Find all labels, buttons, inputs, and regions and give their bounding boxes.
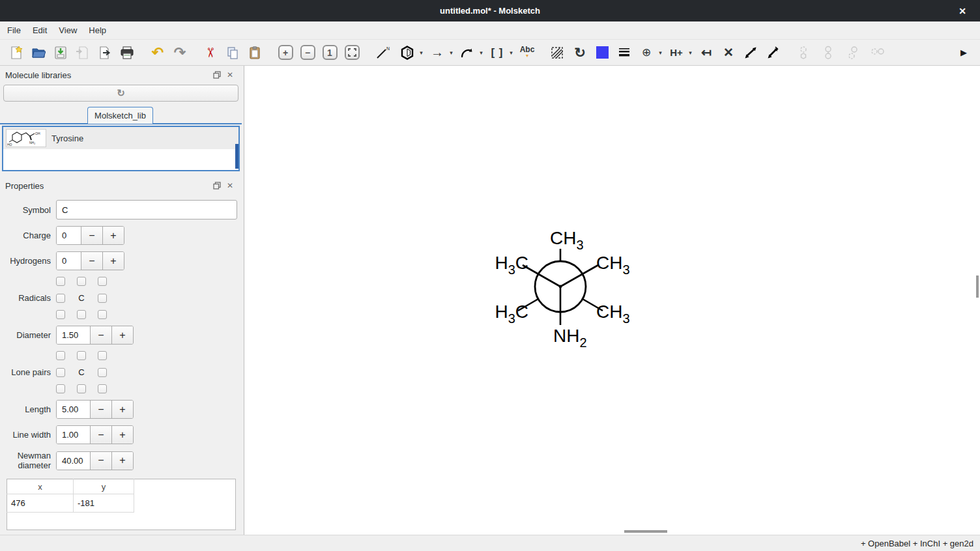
menu-view[interactable]: View [53,21,83,39]
menu-edit[interactable]: Edit [27,21,53,39]
libraries-close-button[interactable]: ✕ [223,69,237,81]
radical-checkbox-s[interactable] [77,310,86,319]
newman-decrement-button[interactable]: − [90,452,111,470]
menu-help[interactable]: Help [83,21,112,39]
line-width-increment-button[interactable]: + [111,426,133,444]
lone-pair-checkbox-se[interactable] [98,384,107,393]
charge-decrement-button[interactable]: − [81,227,102,244]
drawing-canvas[interactable]: CH3 H3C CH3 H3C CH3 NH2 [244,66,980,535]
zoom-in-button[interactable]: + [274,42,296,63]
radical-checkbox-n[interactable] [77,277,86,286]
hydrogens-increment-button[interactable]: + [102,252,124,270]
draw-bond-tool-button[interactable]: N [371,42,394,63]
align-structures-button-1[interactable] [792,42,814,63]
reaction-arrow-tool-button[interactable]: → [426,42,448,63]
hydrogens-value[interactable]: 0 [57,252,81,270]
library-list[interactable]: HO OH NH₂ Tyrosine [2,126,240,171]
toolbar-overflow-button[interactable]: ▶ [953,42,975,63]
charge-tool-dropdown[interactable]: ▾ [656,42,665,63]
align-structures-button-4[interactable] [867,42,889,63]
selection-hash-tool-button[interactable] [547,42,569,63]
libraries-dock-header[interactable]: Molecule libraries ✕ [0,67,242,83]
coord-cell-y[interactable]: -181 [74,494,134,512]
hydrogens-decrement-button[interactable]: − [81,252,102,270]
charge-tool-button[interactable]: ⊕ [635,42,657,63]
newman-increment-button[interactable]: + [111,452,133,470]
properties-float-button[interactable] [210,180,223,191]
window-titlebar[interactable]: untitled.mol* - Molsketch ✕ [0,0,980,21]
align-structures-button-3[interactable] [842,42,864,63]
zoom-original-button[interactable]: 1 [319,42,341,63]
text-tool-button[interactable]: Abc ▾ [516,42,538,63]
lone-pair-checkbox-e[interactable] [98,368,107,377]
length-increment-button[interactable]: + [111,401,133,418]
bracket-tool-button[interactable]: [ ] [486,42,508,63]
line-width-button[interactable] [613,42,635,63]
curved-arrow-tool-button[interactable] [456,42,478,63]
menu-file[interactable]: File [1,21,27,39]
import-button[interactable] [72,42,94,63]
paste-button[interactable] [244,42,266,63]
radical-checkbox-ne[interactable] [98,277,107,286]
properties-close-button[interactable]: ✕ [223,180,237,191]
length-value[interactable]: 5.00 [57,401,90,418]
newman-diameter-value[interactable]: 40.00 [57,452,90,470]
undo-button[interactable]: ↶ [147,42,169,63]
libraries-float-button[interactable] [210,69,223,81]
diameter-value[interactable]: 1.50 [57,326,90,344]
redo-button[interactable]: ↷ [169,42,191,63]
charge-value[interactable]: 0 [57,227,81,244]
radical-checkbox-e[interactable] [98,294,107,303]
radical-checkbox-nw[interactable] [56,277,65,286]
print-button[interactable] [116,42,138,63]
ring-tool-dropdown[interactable]: ▾ [416,42,426,63]
line-width-decrement-button[interactable]: − [90,426,111,444]
length-decrement-button[interactable]: − [90,401,111,418]
lone-pair-checkbox-s[interactable] [77,384,86,393]
radical-checkbox-se[interactable] [98,310,107,319]
symbol-input[interactable] [56,200,237,219]
hydrogen-tool-button[interactable]: H+ [665,42,687,63]
properties-dock-header[interactable]: Properties ✕ [0,178,242,193]
mechanism-arrow-button-1[interactable] [740,42,762,63]
canvas-horizontal-scrollbar[interactable] [624,530,667,533]
insert-tool-button[interactable]: ↤ [695,42,717,63]
copy-button[interactable] [222,42,244,63]
radical-checkbox-sw[interactable] [56,310,65,319]
coord-cell-x[interactable]: 476 [7,494,74,512]
align-structures-button-2[interactable] [817,42,839,63]
color-picker-button[interactable] [591,42,613,63]
zoom-fit-button[interactable] [341,42,363,63]
radical-checkbox-w[interactable] [56,294,65,303]
rotate-tool-button[interactable]: ↻ [569,42,591,63]
cut-button[interactable]: ✂ [199,42,222,63]
open-file-button[interactable] [27,42,50,63]
library-list-scrollbar[interactable] [235,144,238,169]
delete-tool-button[interactable]: ✕ [717,42,740,63]
lone-pair-checkbox-sw[interactable] [56,384,65,393]
tab-molsketch-lib[interactable]: Molsketch_lib [87,107,153,124]
curved-arrow-dropdown[interactable]: ▾ [476,42,486,63]
lone-pair-checkbox-ne[interactable] [98,351,107,360]
bracket-tool-dropdown[interactable]: ▾ [506,42,516,63]
reaction-arrow-dropdown[interactable]: ▾ [446,42,456,63]
charge-increment-button[interactable]: + [102,227,124,244]
list-item-tyrosine[interactable]: HO OH NH₂ Tyrosine [3,127,238,149]
diameter-increment-button[interactable]: + [111,326,133,344]
hydrogen-tool-dropdown[interactable]: ▾ [685,42,695,63]
save-button[interactable] [50,42,72,63]
library-refresh-button[interactable]: ↻ [3,85,238,102]
ring-tool-button[interactable] [396,42,418,63]
new-file-button[interactable] [5,42,27,63]
window-close-button[interactable]: ✕ [954,0,971,21]
newman-projection-molecule[interactable]: CH3 H3C CH3 H3C CH3 NH2 [485,225,635,355]
lone-pair-checkbox-nw[interactable] [56,351,65,360]
export-button[interactable] [94,42,116,63]
diameter-decrement-button[interactable]: − [90,326,111,344]
canvas-vertical-scrollbar[interactable] [976,276,979,298]
lone-pair-checkbox-n[interactable] [77,351,86,360]
zoom-out-button[interactable]: − [296,42,319,63]
mechanism-arrow-button-2[interactable] [762,42,784,63]
line-width-value[interactable]: 1.00 [57,426,90,444]
lone-pair-checkbox-w[interactable] [56,368,65,377]
